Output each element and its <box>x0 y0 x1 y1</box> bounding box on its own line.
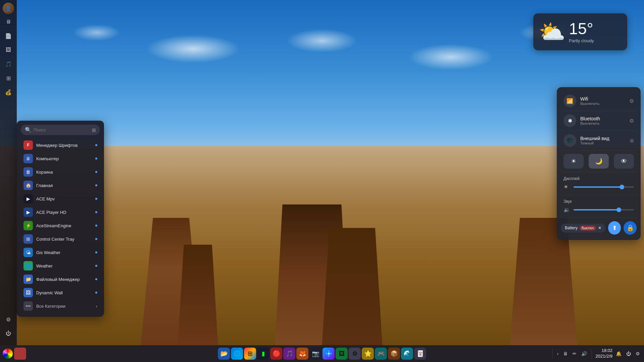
bluetooth-settings-icon[interactable]: ⚙ <box>629 118 634 124</box>
taskbar-wave-icon[interactable]: 🌊 <box>401 348 413 360</box>
taskbar-divider-2 <box>592 349 592 359</box>
update-button[interactable]: ⬆ <box>608 221 621 235</box>
taskbar-terminal-icon[interactable]: ▮ <box>257 348 269 360</box>
weather-icon: ⛅ <box>539 21 566 43</box>
app-dot-7 <box>95 238 97 240</box>
sidebar-photo-icon[interactable]: 🖼 <box>2 44 15 56</box>
taskbar-sys-settings-icon[interactable]: ⚙ <box>634 350 641 358</box>
volume-track[interactable] <box>574 209 634 210</box>
app-item-font-manager[interactable]: F Менеджер Шрифтов <box>21 138 100 152</box>
taskbar-pkg-icon[interactable]: 📦 <box>388 348 400 360</box>
rainbow-menu-button[interactable] <box>3 349 13 359</box>
app-label-ace-player: ACE Player HD <box>36 210 66 215</box>
taskbar-pen-icon[interactable]: ✏ <box>571 350 578 358</box>
battery-badge: Battery Выключ ✕ <box>561 224 605 233</box>
app-label-control-center: Control Center Tray <box>36 237 74 242</box>
sidebar-music-icon[interactable]: 🎵 <box>2 58 15 70</box>
search-input[interactable] <box>34 127 90 132</box>
light-theme-button[interactable]: ☀ <box>564 154 584 169</box>
brightness-track[interactable] <box>574 186 634 188</box>
app-dot-0 <box>95 144 97 146</box>
brightness-slider-row[interactable]: ☀ <box>561 182 637 192</box>
app-item-computer[interactable]: 🖥 Компьютер <box>21 152 100 165</box>
sidebar-coin-icon[interactable]: 💰 <box>2 86 15 99</box>
taskbar-ms-icon[interactable]: ⊞ <box>244 348 256 360</box>
volume-slider-row[interactable]: 🔉 <box>561 204 637 215</box>
app-icon-ace-stream: ⚡ <box>23 221 33 230</box>
bottom-control-row: Battery Выключ ✕ ⬆ 🔒 <box>561 218 637 236</box>
taskbar-power-icon[interactable]: ⏻ <box>625 350 632 358</box>
taskbar-game-icon[interactable]: 🎮 <box>375 348 387 360</box>
taskbar-card-icon[interactable]: 🃏 <box>414 348 426 360</box>
wifi-settings-icon[interactable]: ⚙ <box>629 98 634 104</box>
taskbar-left <box>3 348 26 360</box>
dark-theme-button[interactable]: 🌙 <box>589 154 609 169</box>
taskbar-app-red-icon[interactable]: 🔴 <box>270 348 282 360</box>
app-item-file-manager[interactable]: 📁 Файловый Менеджер <box>21 273 100 286</box>
volume-thumb[interactable] <box>616 207 621 212</box>
taskbar-photos-icon[interactable]: 🖼 <box>336 348 348 360</box>
taskbar-camera-icon[interactable]: 📷 <box>310 348 322 360</box>
app-item-home[interactable]: 🏠 Главная <box>21 179 100 192</box>
taskbar-arrow-left-icon[interactable]: ‹ <box>556 350 560 358</box>
app-item-ace-mpv[interactable]: ▶ ACE Mpv <box>21 192 100 205</box>
taskbar-settings-icon[interactable]: ⚙ <box>349 348 361 360</box>
appearance-row[interactable]: 🌑 Внешний вид Темный ⊛ <box>561 131 637 150</box>
app-label-ace-mpv: ACE Mpv <box>36 196 55 201</box>
app-icon-dynamic-wall: 🖼 <box>23 288 33 297</box>
app-icon-home: 🏠 <box>23 181 33 190</box>
app-dot-1 <box>95 158 97 160</box>
brightness-fill <box>574 186 622 188</box>
app-item-ace-player[interactable]: ▶ ACE Player HD <box>21 205 100 219</box>
appearance-settings-icon[interactable]: ⊛ <box>630 137 634 144</box>
taskbar-neon-icon[interactable]: 💠 <box>323 348 335 360</box>
sound-label: Звук <box>561 198 637 204</box>
app-item-trash[interactable]: 🗑 Корзина <box>21 165 100 179</box>
all-categories-item[interactable]: ••• Все Категории › <box>21 299 100 313</box>
appearance-icon: 🌑 <box>564 134 576 147</box>
app-item-control-center[interactable]: ⊞ Control Center Tray <box>21 232 100 246</box>
app-dot-10 <box>95 278 97 280</box>
app-label-home: Главная <box>36 183 53 188</box>
taskbar-browser-icon[interactable]: 🌐 <box>231 348 243 360</box>
taskbar-music-icon[interactable]: 🎵 <box>283 348 296 360</box>
taskbar-firefox-icon[interactable]: 🦊 <box>297 348 309 360</box>
app-icon-weather: 🌀 <box>23 261 33 270</box>
app-icon-ace-player: ▶ <box>23 207 33 217</box>
search-bar[interactable]: 🔍 ⊞ <box>21 125 100 135</box>
user-avatar[interactable]: 👤 <box>3 3 14 14</box>
app-item-weather[interactable]: 🌀 Weather <box>21 259 100 273</box>
weather-description: Partly cloudy <box>569 38 622 43</box>
battery-label: Battery <box>565 226 578 230</box>
app-label-gis-weather: Gis Weather <box>36 250 60 255</box>
brightness-thumb[interactable] <box>620 185 624 189</box>
grid-menu-button[interactable] <box>14 348 26 360</box>
sidebar-monitor-icon[interactable]: 🖥 <box>2 15 15 28</box>
bluetooth-row[interactable]: ✱ Bluetooth Выключить ⚙ <box>561 111 637 131</box>
sidebar-file-icon[interactable]: 📄 <box>2 29 15 42</box>
app-icon-font-manager: F <box>23 140 33 150</box>
sidebar-power-icon[interactable]: ⏻ <box>2 327 15 340</box>
app-label-trash: Корзина <box>36 170 53 175</box>
taskbar-notify-icon[interactable]: 🔔 <box>614 350 623 358</box>
app-label-dynamic-wall: Dynamic Wall <box>36 290 63 295</box>
lock-button[interactable]: 🔒 <box>624 221 637 235</box>
app-item-ace-stream[interactable]: ⚡ AceStreamEngine <box>21 219 100 232</box>
app-dot-2 <box>95 171 97 173</box>
more-icon: ••• <box>23 301 33 311</box>
wifi-row[interactable]: 📶 Wifi Выключить ⚙ <box>561 91 637 111</box>
sidebar-grid-icon[interactable]: ⊞ <box>2 72 15 84</box>
left-sidebar: 👤 🖥 📄 🖼 🎵 ⊞ 💰 ⚙ ⏻ <box>0 0 17 345</box>
taskbar-star-icon[interactable]: ⭐ <box>362 348 374 360</box>
app-item-dynamic-wall[interactable]: 🖼 Dynamic Wall <box>21 286 100 299</box>
expand-icon[interactable]: ⊞ <box>92 127 96 133</box>
taskbar-date: 2021/2/9 <box>595 354 612 359</box>
app-label-ace-stream: AceStreamEngine <box>36 223 71 228</box>
eye-theme-button[interactable]: 👁 <box>614 154 634 169</box>
taskbar-volume-icon[interactable]: 🔊 <box>580 350 588 358</box>
app-item-gis-weather[interactable]: 🌤 Gis Weather <box>21 246 100 259</box>
taskbar-files-icon[interactable]: 📂 <box>218 348 230 360</box>
taskbar-right: ‹ 🖥 ✏ 🔊 18:02 2021/2/9 🔔 ⏻ ⚙ <box>551 348 641 359</box>
taskbar-monitor-icon[interactable]: 🖥 <box>562 350 569 358</box>
sidebar-settings-icon[interactable]: ⚙ <box>2 313 15 326</box>
